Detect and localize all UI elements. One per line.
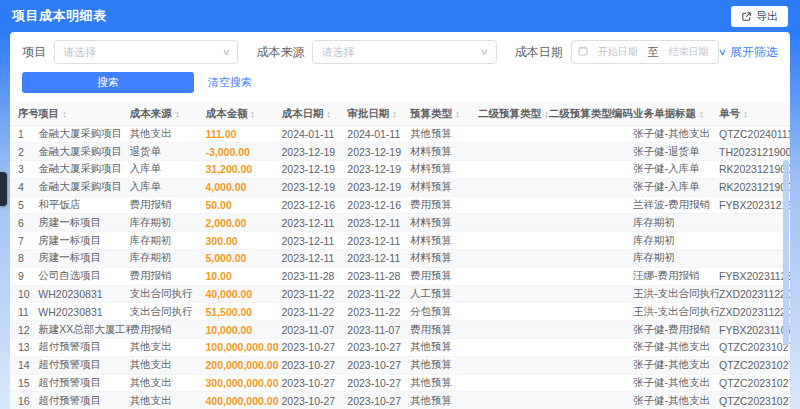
cell-doc_title: 库存期初 [633,250,719,268]
table-row[interactable]: 2金融大厦采购项目退货单-3,000.002023-12-192023-12-1… [10,143,790,161]
project-select-placeholder: 请选择 [63,45,96,60]
table-row[interactable]: 1金融大厦采购项目其他支出111.002024-01-112024-01-11其… [10,125,790,143]
sort-icon[interactable]: ▲▼ [392,110,397,118]
cell-cost_date: 2023-12-19 [281,178,347,196]
cell-index: 3 [10,161,38,179]
cell-approval_date: 2023-12-11 [347,214,410,232]
cell-sub_budget_code [549,339,633,357]
cell-sub_budget_type [478,250,549,268]
cell-doc_title: 张子健-其他支出 [633,125,719,143]
column-header-approval_date[interactable]: 审批日期▲▼ [347,103,410,125]
sort-icon[interactable]: ▲▼ [250,110,255,118]
side-drawer-handle[interactable] [0,172,7,206]
cell-cost_date: 2023-11-07 [281,321,347,339]
cell-amount: 100,000,000.00 [205,339,281,357]
chevron-down-icon: ∨ [221,47,230,57]
cell-sub_budget_code [549,196,633,214]
table-row[interactable]: 5和平饭店费用报销50.002023-12-162023-12-16费用预算兰祥… [10,196,790,214]
column-header-sub_budget_code[interactable]: 二级预算类型编码▲▼ [549,103,633,125]
cell-approval_date: 2023-12-11 [347,232,410,250]
table-row[interactable]: 10WH20230831支出合同执行40,000.002023-11-22202… [10,285,790,303]
cell-project: 房建一标项目 [38,232,129,250]
column-header-budget_type[interactable]: 预算类型▲▼ [410,103,478,125]
column-header-project[interactable]: 项目▲▼ [38,103,129,125]
cell-amount: 51,500.00 [205,303,281,321]
sort-icon[interactable]: ▲▼ [455,110,460,118]
date-separator: 至 [648,45,659,60]
cell-budget_type: 费用预算 [410,196,478,214]
column-header-cost_date[interactable]: 成本日期▲▼ [281,103,347,125]
cell-index: 2 [10,143,38,161]
sort-icon[interactable]: ▲▼ [326,110,331,118]
scrollbar-thumb[interactable] [783,160,789,345]
calendar-icon [578,45,588,59]
cell-approval_date: 2023-11-28 [347,267,410,285]
table-row[interactable]: 8房建一标项目库存期初5,000.002023-12-112023-12-11材… [10,250,790,268]
cell-cost_date: 2023-10-27 [281,356,347,374]
sort-icon[interactable]: ▲▼ [699,110,704,118]
table-row[interactable]: 13超付预警项目其他支出100,000,000.002023-10-272023… [10,339,790,357]
cell-approval_date: 2023-10-27 [347,356,410,374]
cell-budget_type: 其他预算 [410,374,478,392]
cell-doc_title: 张子健-费用报销 [633,321,719,339]
cell-index: 12 [10,321,38,339]
search-button[interactable]: 搜索 [22,72,194,93]
cell-sub_budget_code [549,178,633,196]
sort-icon[interactable]: ▲▼ [62,110,67,118]
expand-filter-link[interactable]: ∨ 展开筛选 [719,44,778,61]
column-header-amount[interactable]: 成本金额▲▼ [205,103,281,125]
table-row[interactable]: 9公司自选项目费用报销10.002023-11-282023-11-28费用预算… [10,267,790,285]
cell-budget_type: 材料预算 [410,143,478,161]
cell-sub_budget_type [478,125,549,143]
vertical-scrollbar[interactable] [783,132,789,409]
column-header-sub_budget_type[interactable]: 二级预算类型▲▼ [478,103,549,125]
table-row[interactable]: 6房建一标项目库存期初2,000.002023-12-112023-12-11材… [10,214,790,232]
column-header-cost_source[interactable]: 成本来源▲▼ [130,103,206,125]
column-header-doc_no[interactable]: 单号▲▼ [719,103,790,125]
cell-amount: -3,000.00 [205,143,281,161]
table-row[interactable]: 3金融大厦采购项目入库单31,200.002023-12-192023-12-1… [10,161,790,179]
cell-cost_source: 库存期初 [130,214,206,232]
table-row[interactable]: 12新建XX总部大厦工程二期费用报销10,000.002023-11-07202… [10,321,790,339]
cost-date-range-input[interactable]: 开始日期 至 结束日期 [571,40,720,64]
table-row[interactable]: 7房建一标项目库存期初300.002023-12-112023-12-11材料预… [10,232,790,250]
cell-doc_title: 张子健-其他支出 [633,356,719,374]
chevron-down-icon: ∨ [718,47,727,57]
cell-doc_no [719,232,790,250]
cell-sub_budget_code [549,161,633,179]
cell-sub_budget_type [478,196,549,214]
table-row[interactable]: 14超付预警项目其他支出200,000,000.002023-10-272023… [10,356,790,374]
cell-approval_date: 2023-10-27 [347,392,410,409]
cost-source-select[interactable]: 请选择 ∨ [312,40,496,64]
cell-cost_source: 库存期初 [130,250,206,268]
cell-sub_budget_type [478,356,549,374]
table-row[interactable]: 11WH20230831支出合同执行51,500.002023-11-22202… [10,303,790,321]
cell-cost_date: 2023-10-27 [281,339,347,357]
cell-cost_date: 2023-11-28 [281,267,347,285]
cell-project: 和平饭店 [38,196,129,214]
column-header-doc_title[interactable]: 业务单据标题▲▼ [633,103,719,125]
export-button[interactable]: 导出 [731,6,788,27]
table-row[interactable]: 15超付预警项目其他支出300,000,000.002023-10-272023… [10,374,790,392]
clear-search-link[interactable]: 清空搜索 [208,75,252,90]
cost-source-filter-label: 成本来源 [256,44,304,61]
table-row[interactable]: 4金融大厦采购项目入库单4,000.002023-12-192023-12-19… [10,178,790,196]
cell-index: 9 [10,267,38,285]
sort-icon[interactable]: ▲▼ [743,110,748,118]
content-card: 项目 请选择 ∨ 成本来源 请选择 ∨ 成本日期 开始日期 至 结束日期 ∨ 展… [10,32,790,409]
cell-cost_date: 2023-12-16 [281,196,347,214]
start-date-placeholder: 开始日期 [594,45,642,59]
sort-icon[interactable]: ▲▼ [544,110,549,118]
cell-cost_source: 其他支出 [130,125,206,143]
table-row[interactable]: 16超付预警项目其他支出400,000,000.002023-10-272023… [10,392,790,409]
cell-approval_date: 2023-12-19 [347,161,410,179]
cell-doc_no: FYBX20231128001 [719,267,790,285]
sort-icon[interactable]: ▲▼ [175,110,180,118]
cell-budget_type: 人工预算 [410,285,478,303]
cell-doc_no: FYBX20231216001 [719,196,790,214]
cell-project: WH20230831 [38,285,129,303]
filter-bar: 项目 请选择 ∨ 成本来源 请选择 ∨ 成本日期 开始日期 至 结束日期 ∨ 展… [10,32,790,64]
project-select[interactable]: 请选择 ∨ [54,40,238,64]
cell-project: 新建XX总部大厦工程二期 [38,321,129,339]
cell-index: 10 [10,285,38,303]
